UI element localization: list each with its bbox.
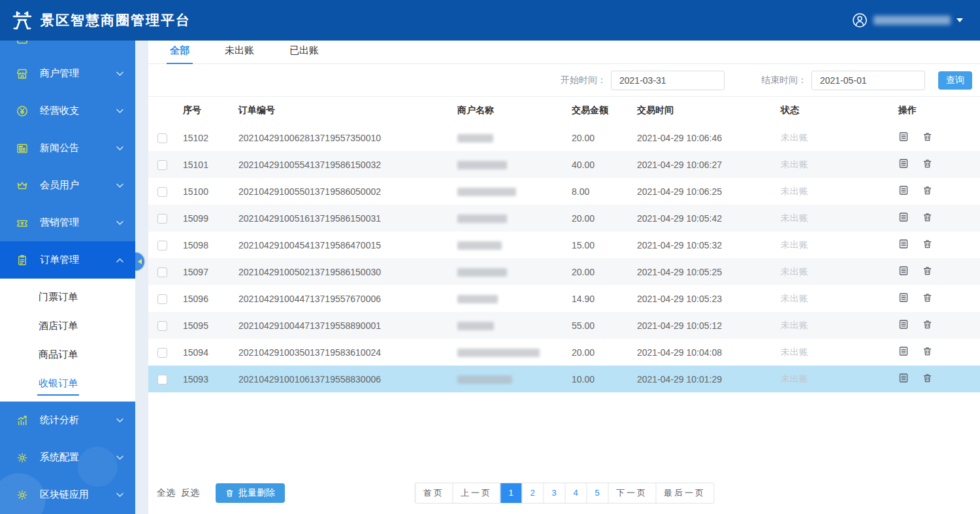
invert-select-link[interactable]: 反选 (181, 487, 199, 499)
page-button[interactable]: 1 (500, 483, 521, 503)
sidebar-item-orders[interactable]: 订单管理 (0, 241, 135, 279)
table-row[interactable]: 15098 2021042910045413719586470015 15.00… (148, 231, 980, 258)
cell-status: 未出账 (779, 178, 896, 205)
clipped-menu-item[interactable] (0, 41, 135, 55)
delete-icon[interactable] (923, 212, 932, 224)
table-row[interactable]: 15100 2021042910055013719586050002 8.00 … (148, 178, 980, 205)
delete-icon[interactable] (923, 158, 932, 171)
detail-icon[interactable] (898, 266, 909, 278)
delete-icon[interactable] (923, 292, 932, 305)
end-time-label: 结束时间： (761, 75, 807, 86)
delete-icon[interactable] (923, 373, 932, 385)
tab[interactable]: 未出账 (221, 44, 257, 64)
delete-icon[interactable] (923, 185, 932, 197)
cell-seq: 15100 (181, 178, 237, 205)
row-checkbox[interactable] (157, 187, 167, 197)
page-button[interactable]: 上一页 (452, 483, 500, 503)
chevron-down-icon (116, 146, 123, 151)
tab[interactable]: 全部 (167, 44, 193, 64)
cell-status: 未出账 (779, 366, 896, 392)
detail-icon[interactable] (898, 319, 909, 332)
cell-ops (896, 258, 980, 285)
sidebar-item-news[interactable]: 新闻公告 (0, 129, 135, 167)
end-time-input[interactable] (811, 71, 925, 90)
table-row[interactable]: 15102 2021042910062813719557350010 20.00… (148, 124, 980, 151)
table-row[interactable]: 15099 2021042910051613719586150031 20.00… (148, 205, 980, 231)
col-order-no: 订单编号 (237, 97, 455, 124)
detail-icon[interactable] (898, 373, 909, 385)
delete-icon[interactable] (923, 346, 932, 358)
chevron-down-icon (116, 183, 123, 188)
detail-icon[interactable] (898, 346, 909, 358)
row-checkbox[interactable] (157, 214, 167, 224)
col-checkbox (148, 97, 181, 124)
detail-icon[interactable] (898, 239, 909, 251)
row-checkbox[interactable] (157, 294, 167, 304)
sidebar: 商户管理 经营收支 新闻公告 (0, 41, 135, 514)
detail-icon[interactable] (898, 185, 909, 197)
cell-amount: 40.00 (570, 151, 635, 178)
query-button[interactable]: 查询 (938, 71, 972, 90)
detail-icon[interactable] (898, 158, 909, 171)
cell-order-no: 2021042910062813719557350010 (237, 124, 455, 151)
cell-order-no: 2021042910045413719586470015 (237, 231, 455, 258)
table-row[interactable]: 15093 2021042910010613719558830006 10.00… (148, 366, 980, 392)
page-button[interactable]: 5 (586, 483, 608, 503)
delete-icon[interactable] (923, 131, 932, 144)
sidebar-item-marketing[interactable]: 营销管理 (0, 204, 135, 241)
delete-icon[interactable] (923, 239, 932, 251)
cell-ops (896, 231, 980, 258)
sidebar-item-blockchain[interactable]: 区块链应用 (0, 476, 135, 513)
select-all-link[interactable]: 全选 (157, 487, 175, 499)
row-checkbox[interactable] (157, 375, 167, 385)
detail-icon[interactable] (898, 212, 909, 224)
start-time-label: 开始时间： (561, 75, 606, 86)
submenu-item[interactable]: 收银订单 (0, 369, 135, 398)
table-row[interactable]: 15101 2021042910055413719586150032 40.00… (148, 151, 980, 178)
cell-ops (896, 151, 980, 178)
sidebar-item-members[interactable]: 会员用户 (0, 167, 135, 204)
row-checkbox[interactable] (157, 160, 167, 170)
batch-delete-button[interactable]: 批量删除 (216, 483, 285, 503)
submenu-item[interactable]: 门票订单 (0, 283, 135, 311)
page-button[interactable]: 最后一页 (655, 483, 713, 503)
row-checkbox[interactable] (157, 133, 167, 143)
start-time-input[interactable] (611, 71, 725, 90)
cell-status: 未出账 (779, 205, 896, 231)
sidebar-item-label: 营销管理 (40, 216, 116, 229)
sidebar-item-label: 经营收支 (40, 105, 116, 117)
detail-icon[interactable] (898, 292, 909, 305)
submenu-item[interactable]: 商品订单 (0, 340, 135, 369)
cell-status: 未出账 (779, 231, 896, 258)
user-menu[interactable] (852, 0, 963, 41)
table-row[interactable]: 15094 2021042910035013719583610024 20.00… (148, 339, 980, 366)
yuan-circle-icon (16, 105, 30, 118)
submenu-item[interactable]: 酒店订单 (0, 311, 135, 340)
table-row[interactable]: 15097 2021042910050213719586150030 20.00… (148, 258, 980, 285)
table-row[interactable]: 15095 2021042910044713719558890001 55.00… (148, 312, 980, 339)
cell-amount: 20.00 (570, 205, 635, 231)
row-checkbox[interactable] (157, 267, 167, 277)
page-button[interactable]: 2 (521, 483, 543, 503)
page-button[interactable]: 首页 (415, 483, 452, 503)
page-button[interactable]: 3 (543, 483, 564, 503)
page-button[interactable]: 4 (564, 483, 586, 503)
sidebar-item-statistics[interactable]: 统计分析 (0, 402, 135, 439)
sidebar-item-system-config[interactable]: 系统配置 (0, 439, 135, 476)
sidebar-item-merchant-mgmt[interactable]: 商户管理 (0, 55, 135, 92)
crown-icon (16, 179, 30, 192)
delete-icon[interactable] (923, 266, 932, 278)
sidebar-item-income-expense[interactable]: 经营收支 (0, 92, 135, 129)
row-checkbox[interactable] (157, 241, 167, 250)
page-button[interactable]: 下一页 (608, 483, 655, 503)
col-time: 交易时间 (635, 97, 779, 124)
detail-icon[interactable] (898, 131, 909, 144)
delete-icon[interactable] (923, 319, 932, 332)
cell-time: 2021-04-29 10:04:08 (635, 339, 779, 366)
cell-merchant-masked (457, 268, 507, 277)
table-row[interactable]: 15096 2021042910044713719557670006 14.90… (148, 285, 980, 312)
row-checkbox[interactable] (157, 348, 167, 358)
tab[interactable]: 已出账 (286, 44, 322, 64)
row-checkbox[interactable] (157, 321, 167, 331)
app-logo-icon (10, 9, 34, 31)
